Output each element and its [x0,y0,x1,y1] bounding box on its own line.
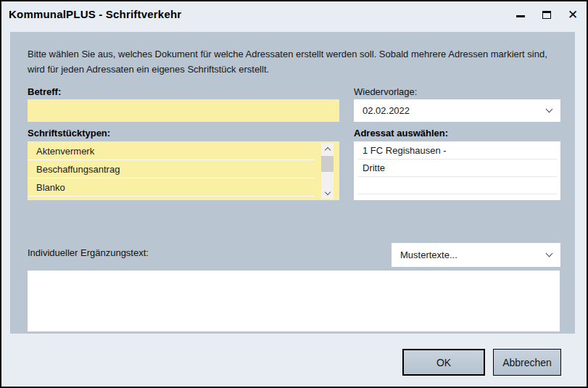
list-item[interactable]: Beschaffungsantrag [28,160,315,178]
ok-button[interactable]: OK [402,349,485,376]
list-item-empty [357,177,557,194]
list-item[interactable]: Blanko [28,178,315,197]
wiedervorlage-label: Wiedervorlage: [354,86,417,97]
betreff-input[interactable] [28,99,339,122]
chevron-down-icon [546,250,553,257]
chevron-down-icon [546,106,553,113]
minimize-button[interactable] [510,4,531,25]
maximize-button[interactable] [536,4,558,25]
schriftstuecktypen-label: Schriftstücktypen: [28,128,110,139]
list-item[interactable]: 1 FC Regishausen - [357,142,557,160]
wiedervorlage-dropdown[interactable]: 02.02.2022 [354,99,560,122]
dialog-window: KommunalPLUS - Schriftverkehr ✕ Bitte wä… [0,0,588,388]
chevron-down-icon [324,189,330,194]
list-item[interactable]: Aktenvermerk [28,142,315,160]
title-bar: KommunalPLUS - Schriftverkehr ✕ [1,1,587,30]
adressat-listbox: 1 FC Regishausen - Dritte [354,141,560,200]
ergaenzungstext-textarea[interactable] [28,271,560,331]
betreff-label: Betreff: [28,86,61,97]
scrollbar-thumb[interactable] [321,156,334,172]
chevron-up-icon [324,146,330,152]
close-icon: ✕ [568,9,578,21]
mustertexte-dropdown[interactable]: Mustertexte... [392,243,560,267]
ergaenzungstext-label: Individueller Ergänzungstext: [28,247,149,258]
window-title: KommunalPLUS - Schriftverkehr [9,8,181,20]
minimize-icon [516,15,525,17]
instruction-text: Bitte wählen Sie aus, welches Dokument f… [28,46,560,77]
schriftstuecktypen-listbox: Aktenvermerk Beschaffungsantrag Blanko [28,141,339,200]
close-button[interactable]: ✕ [562,4,584,25]
adressat-label: Adressat auswählen: [354,128,448,139]
maximize-icon [542,11,551,19]
list-item[interactable]: Dritte [357,160,557,177]
scrollbar-track[interactable] [321,143,334,199]
wiedervorlage-value: 02.02.2022 [363,105,547,116]
cancel-button[interactable]: Abbrechen [493,349,561,376]
scroll-up-button[interactable] [321,143,334,154]
scroll-down-button[interactable] [321,187,334,199]
content-panel: Bitte wählen Sie aus, welches Dokument f… [10,32,575,334]
window-controls: ✕ [510,4,584,25]
mustertexte-value: Mustertexte... [400,249,547,260]
